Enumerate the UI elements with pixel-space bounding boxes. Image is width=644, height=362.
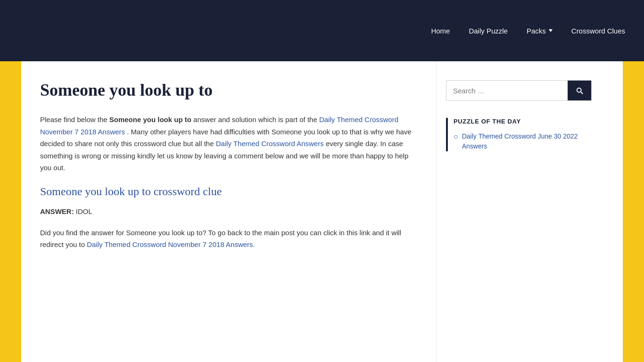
yellow-left-border [0, 61, 21, 362]
content-area: Someone you look up to Please find below… [21, 61, 623, 362]
list-item: ○ Daily Themed Crossword June 30 2022 An… [454, 132, 592, 151]
search-input[interactable] [446, 81, 568, 100]
pod-bullet-icon: ○ [454, 132, 458, 141]
nav-packs[interactable]: Packs [527, 27, 553, 35]
yellow-right-border [623, 61, 644, 362]
intro-text-before: Please find below the [40, 115, 109, 123]
chevron-down-icon [549, 29, 553, 32]
redirect-link[interactable]: Daily Themed Crossword November 7 2018 A… [87, 240, 255, 248]
site-header: Home Daily Puzzle Packs Crossword Clues [0, 0, 644, 61]
page-title: Someone you look up to [40, 80, 413, 100]
nav-daily-puzzle[interactable]: Daily Puzzle [469, 27, 508, 35]
nav-crossword-clues[interactable]: Crossword Clues [571, 27, 625, 35]
main-content: Someone you look up to Please find below… [21, 61, 436, 362]
clue-heading-link[interactable]: Someone you look up to crossword clue [40, 185, 413, 198]
search-form [446, 80, 592, 101]
search-button[interactable] [568, 81, 591, 100]
answer-value-text: IDOL [76, 207, 92, 215]
pod-heading: PUZZLE OF THE DAY [454, 118, 592, 125]
intro-text-after: answer and solution which is part of the [193, 115, 319, 123]
search-widget [446, 80, 592, 101]
answer-label: ANSWER: [40, 207, 74, 215]
pod-list: ○ Daily Themed Crossword June 30 2022 An… [454, 132, 592, 151]
sidebar: PUZZLE OF THE DAY ○ Daily Themed Crosswo… [436, 61, 606, 362]
intro-paragraph: Please find below the Someone you look u… [40, 114, 413, 174]
answer-line: ANSWER: IDOL [40, 207, 413, 215]
search-icon [575, 86, 584, 95]
nav-home[interactable]: Home [431, 27, 450, 35]
pod-widget: PUZZLE OF THE DAY ○ Daily Themed Crosswo… [446, 118, 592, 151]
pod-link[interactable]: Daily Themed Crossword June 30 2022 Answ… [462, 132, 592, 151]
site-nav: Home Daily Puzzle Packs Crossword Clues [431, 27, 625, 35]
intro-bold: Someone you look up to [109, 115, 191, 123]
intro-link2[interactable]: Daily Themed Crossword Answers [216, 140, 324, 148]
redirect-paragraph: Did you find the answer for Someone you … [40, 227, 413, 251]
page-wrapper: Someone you look up to Please find below… [0, 61, 644, 362]
